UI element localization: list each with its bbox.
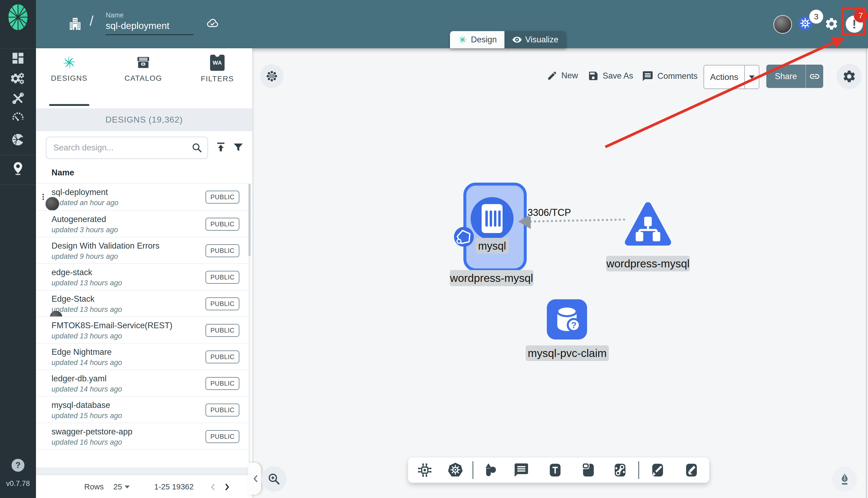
column-header-name: Name: [52, 168, 74, 178]
rows-per-page-select[interactable]: 25: [114, 483, 122, 491]
node-service-wordpress-mysql[interactable]: [624, 202, 672, 249]
relationship-tool-icon[interactable]: [612, 462, 628, 478]
design-name: FMTOK8S-Email-Service(REST): [52, 321, 172, 330]
tab-design-label: Design: [471, 35, 497, 44]
mode-tabs: Design Visualize: [450, 31, 566, 48]
design-row[interactable]: sql-deployment updated an hour ago PUBLI…: [36, 184, 248, 210]
save-as-label: Save As: [603, 71, 633, 81]
visibility-badge: PUBLIC: [206, 430, 239, 443]
comments-label: Comments: [657, 71, 698, 81]
actions-split-button[interactable]: Actions: [703, 65, 759, 89]
pagination-range: 1-25 19362: [154, 483, 194, 491]
visibility-badge: PUBLIC: [206, 404, 239, 417]
help-button[interactable]: ?: [12, 459, 24, 472]
design-row[interactable]: mysql-database updated 15 hours ago PUBL…: [36, 397, 248, 423]
design-row[interactable]: swagger-petstore-app updated 16 hours ag…: [36, 423, 248, 450]
import-design-icon[interactable]: [215, 141, 227, 153]
design-updated: updated 13 hours ago: [52, 332, 122, 340]
next-page-icon[interactable]: [222, 483, 232, 492]
breadcrumb-slash: /: [90, 13, 93, 29]
draw-arrow-tool-icon[interactable]: [650, 462, 666, 478]
version-label: v0.7.78: [0, 480, 36, 488]
organization-icon[interactable]: [68, 15, 83, 32]
design-name-label: Name: [106, 11, 124, 19]
zoom-in-button[interactable]: [261, 466, 287, 492]
search-icon[interactable]: [191, 142, 203, 153]
filter-icon[interactable]: [232, 142, 244, 153]
design-row[interactable]: Design With Validation Errors updated 9 …: [36, 237, 248, 264]
design-name: ledger-db.yaml: [52, 374, 106, 383]
design-updated: updated 3 hours ago: [52, 226, 118, 234]
deployment-node-label: wordpress-mysql: [450, 270, 533, 286]
nav-divider: [0, 155, 36, 155]
design-row[interactable]: Edge Nightmare updated 14 hours ago PUBL…: [36, 343, 248, 370]
kubernetes-tool-icon[interactable]: [447, 462, 463, 478]
note-tool-icon[interactable]: [580, 462, 596, 478]
wasm-filter-icon: WA: [213, 60, 222, 66]
components-chip-icon[interactable]: [417, 462, 433, 478]
design-name-input[interactable]: sql-deployment: [106, 21, 169, 31]
panel-tab-catalog[interactable]: CATALOG: [114, 55, 173, 82]
designs-count-banner: DESIGNS (19,362): [36, 108, 252, 131]
tab-visualize[interactable]: Visualize: [504, 31, 566, 48]
pvc-question-badge: ?: [571, 320, 576, 330]
left-nav-rail: ? v0.7.78: [0, 0, 36, 498]
design-row[interactable]: Edge-Stack updated 13 hours ago PUBLIC: [36, 290, 248, 317]
nav-kanvas-pin-icon[interactable]: [11, 161, 25, 175]
nav-configuration-icon[interactable]: [11, 91, 25, 106]
panel-tab-filters-label: FILTERS: [188, 75, 247, 83]
pagination-bar: Rows 25 1-25 19362: [36, 475, 252, 498]
list-scrollbar-thumb[interactable]: [248, 184, 250, 256]
new-design-button[interactable]: New: [547, 70, 578, 81]
pen-mode-button[interactable]: [832, 467, 857, 492]
user-avatar[interactable]: [773, 15, 792, 34]
tab-visualize-label: Visualize: [526, 35, 559, 44]
design-row[interactable]: Autogenerated updated 3 hours ago PUBLIC: [36, 211, 248, 237]
comments-button[interactable]: Comments: [642, 70, 698, 82]
pvc-node-label: mysql-pvc-claim: [526, 345, 609, 361]
container-name-chip: mysql: [476, 238, 509, 254]
visibility-badge: PUBLIC: [206, 244, 239, 257]
node-pvc-mysql[interactable]: ?: [547, 299, 587, 340]
design-updated: updated 14 hours ago: [52, 358, 122, 367]
text-tool-icon[interactable]: [547, 462, 563, 478]
doodle-tool-icon[interactable]: [683, 462, 700, 478]
nav-performance-icon[interactable]: [11, 110, 25, 124]
share-label[interactable]: Share: [766, 71, 805, 81]
design-search: [46, 137, 208, 159]
panel-tab-filters[interactable]: WA FILTERS: [188, 55, 247, 83]
design-row[interactable]: ledger-db.yaml updated 14 hours ago PUBL…: [36, 370, 248, 397]
cloud-saved-icon: [205, 17, 220, 29]
design-canvas[interactable]: [252, 48, 868, 498]
edge-port-label: 3306/TCP: [528, 207, 571, 218]
search-input[interactable]: [47, 143, 191, 153]
save-as-button[interactable]: Save As: [587, 70, 633, 81]
settings-gear-icon[interactable]: [824, 17, 839, 31]
eye-icon: [512, 35, 522, 45]
meshery-logo[interactable]: [8, 4, 28, 30]
wasm-badge-notch: [215, 53, 220, 57]
actions-label[interactable]: Actions: [704, 72, 744, 82]
nav-lifecycle-icon[interactable]: [11, 71, 25, 86]
design-name: swagger-petstore-app: [52, 427, 132, 436]
kubernetes-context-count-badge[interactable]: 3: [809, 10, 823, 24]
tab-design[interactable]: Design: [450, 31, 504, 48]
comment-tool-icon[interactable]: [513, 462, 529, 478]
design-row[interactable]: edge-stack updated 13 hours ago PUBLIC: [36, 264, 248, 290]
canvas-mesh-button[interactable]: [260, 64, 284, 88]
visibility-badge: PUBLIC: [206, 218, 239, 231]
panel-tab-designs[interactable]: DESIGNS: [40, 55, 99, 82]
design-row[interactable]: FMTOK8S-Email-Service(REST) updated 13 h…: [36, 317, 248, 343]
panel-collapse-handle[interactable]: [248, 463, 261, 495]
window-scrollbar[interactable]: [866, 48, 867, 498]
nav-extensions-icon[interactable]: [11, 132, 25, 147]
copy-link-icon[interactable]: [806, 71, 823, 82]
shapes-tool-icon[interactable]: [482, 462, 498, 478]
canvas-settings-button[interactable]: [837, 64, 862, 89]
designs-panel: DESIGNS CATALOG WA FILTERS DESIGNS (19,3…: [36, 48, 252, 498]
design-name: Edge-Stack: [52, 294, 94, 304]
rows-per-page-caret-icon[interactable]: [124, 485, 130, 489]
nav-dashboard-icon[interactable]: [11, 51, 25, 65]
prev-page-icon[interactable]: [208, 483, 218, 492]
meshery-shape-badge[interactable]: [454, 227, 474, 247]
